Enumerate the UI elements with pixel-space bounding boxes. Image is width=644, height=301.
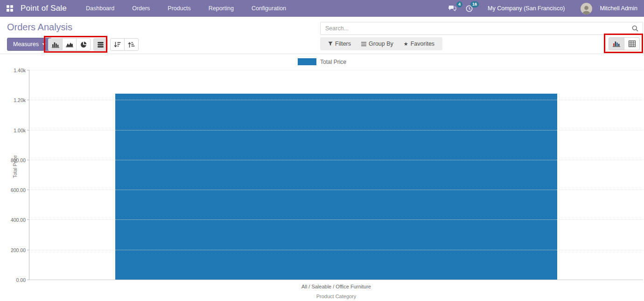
chart-type-bar-button[interactable]: [48, 38, 63, 51]
nav-menu: Dashboard Orders Products Reporting Conf…: [77, 0, 295, 17]
y-tick-mark: [27, 280, 29, 280]
gridline: [29, 190, 643, 190]
x-axis-title: Product Category: [29, 294, 643, 299]
y-tick-label: 600.00: [11, 187, 26, 193]
pie-chart-icon: [80, 41, 87, 48]
gridline: [29, 160, 643, 160]
group-by-button[interactable]: Group By: [356, 37, 399, 50]
y-tick-label: 0.00: [16, 277, 26, 283]
y-tick-mark: [27, 190, 29, 190]
caret-down-icon: [42, 43, 46, 45]
sort-descending-button[interactable]: [110, 38, 125, 51]
nav-item-products[interactable]: Products: [159, 0, 199, 17]
y-tick-label: 1.20k: [14, 97, 26, 103]
y-tick-mark: [27, 250, 29, 250]
stacked-bars-icon: [97, 41, 104, 48]
nav-item-dashboard[interactable]: Dashboard: [77, 0, 123, 17]
y-tick-label: 400.00: [11, 217, 26, 223]
legend-item-total-price[interactable]: Total Price: [0, 58, 644, 65]
chart-area: Total Price Total Price All / Saleable /…: [0, 54, 644, 301]
bar-total-price[interactable]: [115, 94, 557, 280]
navbar-right: 4 16 My Company (San Francisco) Mitchell…: [446, 3, 644, 14]
app-brand[interactable]: Point of Sale: [21, 4, 67, 13]
view-switcher-graph-button[interactable]: [609, 37, 624, 50]
activities-button[interactable]: 16: [463, 3, 476, 14]
nav-item-orders[interactable]: Orders: [123, 0, 159, 17]
plot-area: Total Price All / Saleable / Office Furn…: [29, 70, 643, 280]
x-tick-label: All / Saleable / Office Furniture: [29, 284, 643, 289]
control-panel: Orders Analysis Measures: [0, 17, 644, 54]
search-icon[interactable]: [628, 25, 643, 32]
gridline: [29, 130, 643, 130]
search-input[interactable]: [321, 25, 628, 32]
y-tick-mark: [27, 219, 29, 220]
y-tick-mark: [27, 100, 29, 100]
messages-button[interactable]: 4: [446, 3, 459, 14]
stacked-group: [93, 38, 108, 51]
apps-menu-icon[interactable]: [7, 5, 14, 12]
nav-item-configuration[interactable]: Configuration: [243, 0, 295, 17]
star-icon: ★: [404, 41, 408, 47]
company-switcher[interactable]: My Company (San Francisco): [488, 5, 565, 12]
bar-chart-icon: [52, 41, 59, 48]
page-title: Orders Analysis: [7, 22, 72, 33]
pivot-view-icon: [629, 41, 636, 47]
filters-button[interactable]: Filters: [323, 37, 356, 50]
sort-group: [110, 38, 139, 51]
bars-icon: [361, 42, 366, 46]
measures-label: Measures: [13, 41, 39, 48]
search-box: [320, 22, 643, 35]
y-tick-label: 200.00: [11, 247, 26, 253]
sort-asc-icon: [128, 41, 135, 48]
chart-type-pie-button[interactable]: [76, 38, 91, 51]
y-tick-label: 1.00k: [14, 128, 26, 133]
measures-button[interactable]: Measures: [7, 38, 52, 51]
search-panel-filters: Filters Group By ★ Favorites: [320, 37, 442, 50]
avatar[interactable]: [581, 3, 592, 14]
area-chart-icon: [66, 41, 73, 48]
y-tick-mark: [27, 70, 29, 70]
graph-view-icon: [613, 41, 620, 47]
y-tick-mark: [27, 130, 29, 130]
legend-label: Total Price: [320, 59, 346, 65]
chart-type-group: [48, 38, 91, 51]
person-icon: [581, 4, 592, 14]
chart-type-line-button[interactable]: [62, 38, 77, 51]
gridline: [29, 100, 643, 100]
gridline: [29, 219, 643, 220]
y-tick-label: 800.00: [11, 157, 26, 163]
nav-item-reporting[interactable]: Reporting: [200, 0, 243, 17]
view-switcher-pivot-button[interactable]: [624, 37, 640, 50]
gridline: [29, 250, 643, 250]
favorites-button[interactable]: ★ Favorites: [399, 37, 440, 50]
y-tick-label: 1.40k: [14, 68, 26, 73]
y-tick-mark: [27, 160, 29, 160]
user-menu[interactable]: Mitchell Admin: [600, 5, 637, 12]
x-axis-line: [29, 280, 643, 280]
sort-desc-icon: [114, 41, 121, 48]
activities-badge: 16: [470, 1, 479, 7]
view-switcher: [609, 37, 640, 50]
stacked-toggle-button[interactable]: [93, 38, 108, 51]
funnel-icon: [328, 41, 333, 46]
navbar: Point of Sale Dashboard Orders Products …: [0, 0, 644, 17]
legend-swatch: [298, 58, 316, 65]
chat-bubbles-icon: [448, 5, 456, 12]
sort-ascending-button[interactable]: [124, 38, 139, 51]
messages-badge: 4: [456, 1, 462, 7]
